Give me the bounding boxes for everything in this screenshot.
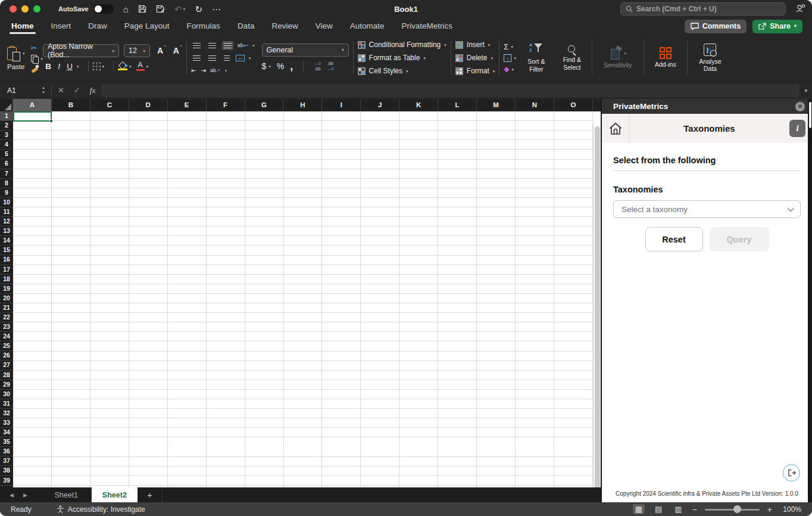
- people-icon[interactable]: [795, 4, 806, 13]
- page-layout-view-icon[interactable]: ▤: [652, 504, 664, 514]
- row-header-34[interactable]: 34: [0, 428, 13, 437]
- pane-scrollbar[interactable]: [808, 99, 812, 502]
- row-header-33[interactable]: 33: [0, 418, 13, 428]
- row-header-12[interactable]: 12: [0, 217, 13, 226]
- ribbon-tab-data[interactable]: Data: [237, 19, 255, 34]
- percent-button[interactable]: %: [277, 61, 284, 71]
- orientation-button[interactable]: ab↗: [210, 67, 221, 73]
- zoom-window-button[interactable]: [33, 5, 40, 13]
- align-center-button[interactable]: [207, 54, 218, 63]
- wrap-text-button[interactable]: ab↩: [238, 42, 248, 49]
- find-select-button[interactable]: Find & Select: [557, 45, 588, 70]
- row-header-19[interactable]: 19: [0, 284, 13, 294]
- row-header-35[interactable]: 35: [0, 437, 13, 447]
- row-header-25[interactable]: 25: [0, 341, 13, 351]
- insert-function-icon[interactable]: fx: [90, 86, 95, 95]
- increase-font-size-button[interactable]: Aˆ: [157, 46, 166, 55]
- align-left-button[interactable]: [191, 54, 202, 63]
- addins-button[interactable]: Add-ins: [648, 47, 683, 68]
- sort-filter-button[interactable]: AZ Sort & Filter: [521, 43, 552, 72]
- row-header-3[interactable]: 3: [0, 130, 13, 140]
- decrease-decimal-button[interactable]: .00→0: [327, 61, 334, 72]
- zoom-slider[interactable]: [705, 505, 760, 514]
- align-bottom-button[interactable]: [222, 41, 233, 50]
- vertical-scrollbar[interactable]: [593, 124, 601, 487]
- row-header-1[interactable]: 1: [0, 111, 13, 121]
- row-header-16[interactable]: 16: [0, 255, 13, 265]
- home-icon[interactable]: ⌂: [123, 5, 129, 14]
- align-middle-button[interactable]: [207, 41, 218, 50]
- conditional-formatting-button[interactable]: Conditional Formatting▾: [358, 40, 446, 49]
- ribbon-tab-view[interactable]: View: [315, 19, 333, 34]
- column-header-G[interactable]: G: [245, 99, 284, 111]
- share-button[interactable]: Share ▾: [752, 20, 802, 33]
- sheet-nav-left-icon[interactable]: ◀: [10, 492, 14, 498]
- ribbon-tab-page-layout[interactable]: Page Layout: [124, 19, 170, 34]
- row-header-15[interactable]: 15: [0, 245, 13, 255]
- sheet-nav-right-icon[interactable]: ▶: [23, 492, 27, 498]
- minimize-window-button[interactable]: [21, 5, 29, 13]
- column-header-H[interactable]: H: [283, 99, 322, 111]
- ribbon-tab-draw[interactable]: Draw: [88, 19, 108, 34]
- clear-button[interactable]: ◆▾: [504, 65, 516, 73]
- analyse-data-button[interactable]: Analyse Data: [692, 43, 729, 72]
- close-pane-icon[interactable]: ✕: [795, 102, 805, 111]
- zoom-slider-thumb[interactable]: [733, 505, 741, 513]
- page-break-view-icon[interactable]: ▥: [672, 504, 684, 514]
- column-header-E[interactable]: E: [168, 99, 207, 111]
- column-header-C[interactable]: C: [90, 99, 129, 111]
- ribbon-tab-home[interactable]: Home: [11, 19, 35, 34]
- row-header-23[interactable]: 23: [0, 322, 13, 332]
- ribbon-tab-review[interactable]: Review: [271, 19, 298, 34]
- ribbon-tab-automate[interactable]: Automate: [349, 19, 385, 34]
- column-header-D[interactable]: D: [129, 99, 168, 111]
- increase-decimal-button[interactable]: ←0.00: [314, 61, 321, 72]
- row-header-18[interactable]: 18: [0, 275, 13, 284]
- cut-icon[interactable]: ✂: [31, 43, 43, 52]
- row-header-26[interactable]: 26: [0, 351, 13, 360]
- column-header-A[interactable]: A: [13, 99, 52, 111]
- row-header-8[interactable]: 8: [0, 179, 13, 188]
- reset-button[interactable]: Reset: [645, 227, 703, 251]
- close-window-button[interactable]: [10, 5, 17, 13]
- search-input[interactable]: Search (Cmd + Ctrl + U): [620, 2, 786, 15]
- increase-indent-button[interactable]: ⇥: [201, 67, 206, 74]
- font-color-button[interactable]: A▾: [136, 61, 149, 71]
- font-size-select[interactable]: 12▾: [124, 44, 150, 57]
- row-header-17[interactable]: 17: [0, 265, 13, 275]
- row-header-13[interactable]: 13: [0, 226, 13, 236]
- row-header-21[interactable]: 21: [0, 303, 13, 313]
- column-header-K[interactable]: K: [399, 99, 438, 111]
- cell-styles-button[interactable]: Cell Styles▾: [358, 66, 446, 76]
- column-header-B[interactable]: B: [52, 99, 90, 111]
- info-button[interactable]: i: [789, 120, 805, 137]
- row-header-31[interactable]: 31: [0, 399, 13, 409]
- delete-cells-button[interactable]: Delete▾: [455, 53, 495, 63]
- bold-button[interactable]: B: [43, 62, 54, 71]
- selected-cell-A1[interactable]: [13, 111, 52, 122]
- comma-style-button[interactable]: ,: [290, 60, 293, 73]
- row-header-20[interactable]: 20: [0, 294, 13, 303]
- column-header-O[interactable]: O: [554, 99, 593, 111]
- currency-button[interactable]: $▾: [262, 61, 271, 71]
- row-header-39[interactable]: 39: [0, 476, 13, 486]
- column-header-I[interactable]: I: [322, 99, 361, 111]
- decrease-font-size-button[interactable]: Aˇ: [173, 46, 182, 55]
- row-header-11[interactable]: 11: [0, 207, 13, 217]
- autosum-button[interactable]: Σ▾: [504, 42, 516, 51]
- sheet-tab-sheet2[interactable]: Sheet2: [92, 487, 138, 502]
- ribbon-tab-privatemetrics[interactable]: PrivateMetrics: [401, 19, 454, 34]
- accessibility-status[interactable]: Accessibility: Investigate: [57, 505, 145, 514]
- logout-button[interactable]: [783, 464, 800, 481]
- row-header-37[interactable]: 37: [0, 456, 13, 466]
- formula-input[interactable]: [101, 84, 799, 97]
- column-header-L[interactable]: L: [438, 99, 477, 111]
- column-header-N[interactable]: N: [516, 99, 554, 111]
- number-format-select[interactable]: General▾: [262, 43, 349, 57]
- enter-icon[interactable]: ✓: [74, 86, 80, 95]
- cancel-icon[interactable]: ✕: [58, 86, 64, 95]
- ribbon-tab-insert[interactable]: Insert: [51, 19, 72, 34]
- more-commands-icon[interactable]: ⋯: [212, 5, 221, 14]
- row-header-6[interactable]: 6: [0, 159, 13, 169]
- pane-scrollbar-thumb[interactable]: [809, 102, 811, 128]
